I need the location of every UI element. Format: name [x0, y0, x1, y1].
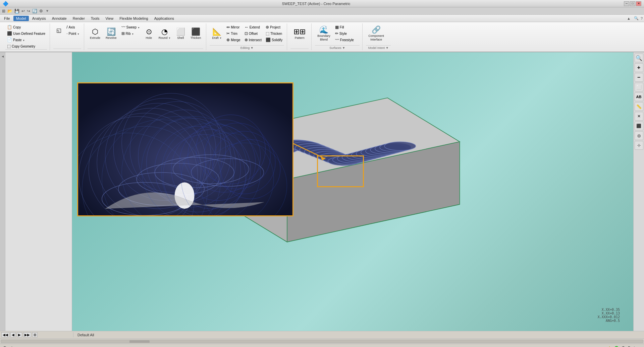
nav-prev-button[interactable]: ◀ — [10, 332, 16, 337]
view-name-label: Default All — [75, 333, 97, 337]
coord-y: X.XX=0.13 — [598, 311, 620, 315]
qa-settings-button[interactable]: ⚙ — [39, 8, 44, 14]
qa-undo-button[interactable]: ↩ — [21, 8, 25, 14]
view-search-button[interactable]: 🔍 — [635, 54, 643, 62]
menu-render[interactable]: Render — [70, 16, 88, 21]
menu-analysis[interactable]: Analysis — [30, 16, 49, 21]
qa-save-button[interactable]: 💾 — [14, 8, 20, 14]
solidify-button[interactable]: ⬛Solidify — [264, 37, 284, 43]
thicken-button[interactable]: ⬛ Thicken — [188, 24, 204, 44]
viewport[interactable]: X.XX=0.35 X.XX=0.13 X.XXX=0.012 ANG=0.5 — [72, 52, 633, 331]
fill-button[interactable]: ▦Fill — [333, 24, 356, 30]
copy-button[interactable]: 📋Copy — [5, 24, 22, 30]
fit-all-button[interactable]: ⬜ — [635, 83, 643, 91]
menu-annotate[interactable]: Annotate — [49, 16, 69, 21]
text-annotation-button[interactable]: AB — [635, 92, 643, 101]
paste-label: Paste ▼ — [13, 38, 25, 42]
pattern-button[interactable]: ⊞⊞ Pattern — [290, 24, 309, 44]
svg-point-35 — [384, 142, 416, 150]
model-intent-label: Model Intent ▼ — [366, 45, 391, 50]
left-panel: ◀ — [0, 52, 72, 331]
nav-next-button[interactable]: ▶ — [17, 332, 22, 337]
box-display-button[interactable]: ⬛ — [635, 122, 643, 130]
model-intent-group: 🔗 ComponentInterface Model Intent ▼ — [363, 23, 393, 50]
help-button[interactable]: ? — [641, 16, 643, 20]
scroll-thumb-h[interactable] — [129, 340, 150, 343]
freestyle-button[interactable]: 〰Freestyle — [333, 37, 356, 43]
thicken2-button[interactable]: ⬚Thicken — [264, 30, 284, 37]
maximize-button[interactable]: □ — [630, 1, 635, 6]
qa-more-button[interactable]: ▼ — [46, 9, 49, 13]
status-icon-1[interactable]: ⚙ — [3, 345, 7, 347]
panel-toggle-button[interactable]: ◀ — [1, 55, 4, 58]
editing-group: 📐 Draft ▼ ⇔Mirror ✂Trim ⊕Merge ↔Extend ⊡… — [207, 23, 287, 50]
intersect-button[interactable]: ⊗Intersect — [243, 37, 263, 43]
coordinate-system-button[interactable]: ⊹ — [635, 141, 643, 150]
horizontal-scrollbar[interactable] — [0, 338, 644, 344]
clipboard-group: 📋Copy ⬛User-Defined Feature 📄Paste ▼ ⬚Co… — [3, 23, 50, 50]
round-button[interactable]: ◔ Round ▼ — [156, 24, 173, 44]
pattern-label — [290, 49, 309, 50]
qa-regenerate-button[interactable]: 🔄 — [32, 8, 38, 14]
coord-ang: ANG=0.5 — [598, 319, 620, 323]
status-right: ⚠ ⚙ Features — [607, 345, 641, 347]
nav-first-button[interactable]: ◀◀ — [1, 332, 9, 337]
menu-flexible-modeling[interactable]: Flexible Modeling — [117, 16, 151, 21]
status-bar: ⚙ ★ ⚠ ⚙ Features — [0, 344, 644, 347]
point-button[interactable]: ·Point ▼ — [65, 30, 81, 37]
sweep-button[interactable]: 〰Sweep ▼ — [120, 24, 142, 30]
user-defined-feature-button[interactable]: ⬛User-Defined Feature — [5, 30, 47, 37]
extend-button[interactable]: ↔Extend — [243, 24, 263, 30]
trim-button[interactable]: ✂Trim — [225, 30, 242, 37]
axis-display-button[interactable]: ✕ — [635, 112, 643, 121]
extrude-button[interactable]: ⬡ Extrude — [88, 24, 103, 44]
measure-button[interactable]: 📏 — [635, 102, 643, 111]
status-icon-2[interactable]: ★ — [10, 345, 14, 347]
offset-button[interactable]: ⊡Offset — [243, 30, 263, 37]
zoom-out-button[interactable]: − — [635, 73, 643, 82]
menu-applications[interactable]: Applications — [152, 16, 177, 21]
settings-icon[interactable]: ⚙ — [621, 345, 626, 347]
mirror-button[interactable]: ⇔Mirror — [225, 24, 242, 30]
coord-x: X.XX=0.35 — [598, 308, 620, 311]
nav-expand-button[interactable]: ⊞ — [32, 332, 38, 337]
window-title: SWEEP_TEST (Active) - Creo Parametric — [8, 2, 624, 6]
green-status-dot — [614, 346, 619, 347]
datum-plane-button[interactable]: ◱ — [53, 25, 64, 36]
zoom-in-button[interactable]: + — [635, 63, 643, 72]
pattern-group: ⊞⊞ Pattern — [288, 23, 312, 50]
minimize-button[interactable]: ─ — [624, 1, 629, 6]
merge-button[interactable]: ⊕Merge — [225, 37, 242, 43]
hole-button[interactable]: ⊙ Hole — [142, 24, 156, 44]
copy-geometry-button[interactable]: ⬚Copy Geometry — [5, 43, 37, 49]
datum-group: ◱ /Axis ·Point ▼ — [51, 23, 84, 50]
menu-file[interactable]: File — [1, 16, 13, 21]
nav-last-button[interactable]: ▶▶ — [23, 332, 31, 337]
datum-label — [53, 49, 81, 50]
surfaces-group: 🌊 BoundaryBlend ▦Fill ✏Style 〰Freestyle … — [312, 23, 363, 50]
style-button[interactable]: ✏Style — [333, 30, 356, 37]
menu-view[interactable]: View — [103, 16, 116, 21]
paste-button[interactable]: 📄Paste ▼ — [5, 37, 26, 43]
quick-access-toolbar: ⊞ 📂 💾 ↩ ↪ 🔄 ⚙ ▼ — [0, 7, 644, 15]
project-button[interactable]: ⊛Project — [264, 24, 284, 30]
qa-open-button[interactable]: 📂 — [7, 8, 13, 14]
draft-button[interactable]: 📐 Draft ▼ — [210, 24, 224, 44]
rib-button[interactable]: ⊞Rib ▼ — [120, 30, 142, 37]
status-left: ⚙ ★ — [3, 345, 14, 347]
shell-button[interactable]: ⬜ Shell — [174, 24, 187, 44]
revolve-button[interactable]: 🔄 Revolve — [103, 24, 119, 44]
udf-label: User-Defined Feature — [13, 32, 45, 36]
menu-model[interactable]: Model — [13, 16, 29, 21]
ribbon-collapse-button[interactable]: ▲ — [627, 16, 631, 20]
axis-button[interactable]: /Axis — [65, 24, 81, 30]
qa-redo-button[interactable]: ↪ — [26, 8, 31, 14]
close-button[interactable]: ✕ — [636, 1, 641, 6]
menu-tools[interactable]: Tools — [88, 16, 102, 21]
spin-center-button[interactable]: ◎ — [635, 131, 643, 140]
zoom-circles-svg — [78, 83, 292, 215]
component-interface-button[interactable]: 🔗 ComponentInterface — [366, 24, 386, 44]
qa-new-button[interactable]: ⊞ — [1, 8, 6, 14]
search-help-button[interactable]: 🔍 — [634, 16, 639, 20]
boundary-blend-button[interactable]: 🌊 BoundaryBlend — [315, 24, 333, 44]
